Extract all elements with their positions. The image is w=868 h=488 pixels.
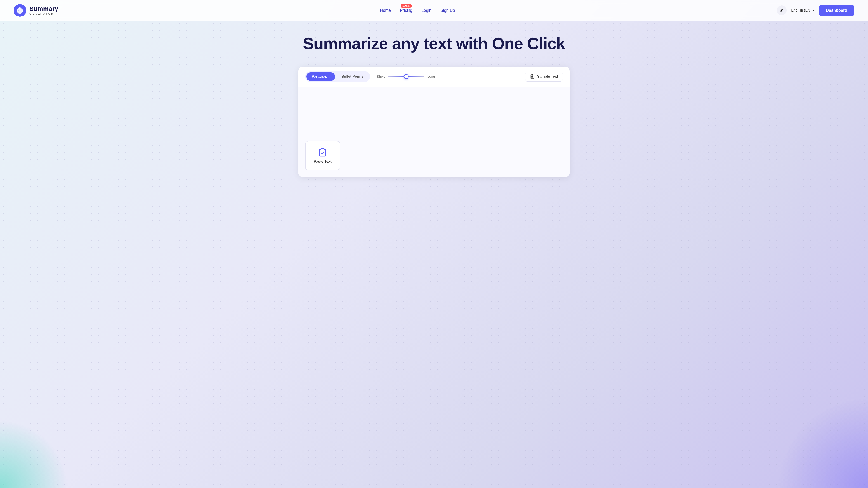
logo-text: Summary GENERATOR — [29, 6, 58, 15]
theme-toggle-button[interactable]: ☀ — [777, 5, 786, 15]
pricing-wrapper: SALE Pricing — [400, 8, 412, 13]
nav-links: Home SALE Pricing Login Sign Up — [380, 8, 455, 13]
logo-icon — [13, 4, 26, 17]
brand-tagline: GENERATOR — [29, 12, 58, 15]
sale-badge: SALE — [401, 4, 412, 8]
tab-bullet-points[interactable]: Bullet Points — [336, 72, 369, 81]
svg-rect-1 — [18, 10, 19, 11]
language-label: English (EN) — [791, 8, 811, 12]
paste-text-label: Paste Text — [314, 160, 332, 164]
clipboard-icon — [318, 148, 327, 157]
svg-rect-5 — [17, 10, 18, 11]
input-area[interactable]: Paste Text — [298, 87, 434, 177]
slider-long-label: Long — [428, 74, 435, 78]
navbar: Summary GENERATOR Home SALE Pricing Logi… — [0, 0, 868, 21]
tool-body: Paste Text — [298, 87, 569, 177]
tab-paragraph[interactable]: Paragraph — [306, 72, 335, 81]
dashboard-button[interactable]: Dashboard — [819, 5, 855, 16]
nav-signup[interactable]: Sign Up — [440, 8, 455, 13]
svg-rect-8 — [321, 149, 324, 150]
length-slider[interactable] — [388, 76, 424, 77]
logo-link[interactable]: Summary GENERATOR — [13, 4, 58, 17]
nav-right: ☀ English (EN) ▾ Dashboard — [777, 5, 855, 16]
svg-rect-2 — [21, 10, 22, 11]
chevron-down-icon: ▾ — [813, 9, 814, 12]
tool-card: Paragraph Bullet Points Short Long Sampl… — [298, 67, 569, 177]
nav-pricing[interactable]: Pricing — [400, 8, 412, 13]
brand-name: Summary — [29, 6, 58, 12]
sample-text-button[interactable]: Sample Text — [525, 72, 563, 82]
slider-section: Short Long — [377, 74, 518, 78]
svg-rect-6 — [22, 10, 23, 11]
sample-text-icon — [530, 74, 535, 79]
svg-point-4 — [20, 7, 21, 8]
hero-title: Summarize any text with One Click — [9, 34, 859, 53]
sun-icon: ☀ — [780, 8, 784, 13]
language-selector[interactable]: English (EN) ▾ — [791, 8, 814, 12]
nav-login[interactable]: Login — [421, 8, 431, 13]
sample-text-label: Sample Text — [537, 74, 558, 78]
output-area — [434, 87, 570, 177]
slider-short-label: Short — [377, 74, 385, 78]
tab-group: Paragraph Bullet Points — [305, 71, 370, 82]
robot-icon — [16, 6, 24, 14]
paste-text-button[interactable]: Paste Text — [305, 141, 340, 170]
tool-header: Paragraph Bullet Points Short Long Sampl… — [298, 67, 569, 87]
hero-section: Summarize any text with One Click — [0, 21, 868, 62]
bg-decoration-right — [778, 398, 868, 488]
nav-home[interactable]: Home — [380, 8, 391, 13]
